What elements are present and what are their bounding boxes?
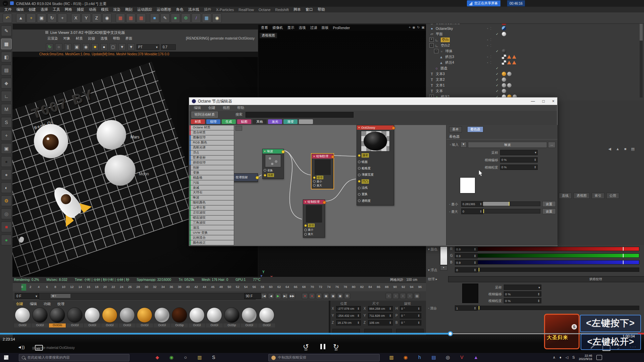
port-row-镜面[interactable]: 镜面 (357, 159, 394, 165)
up-icon[interactable]: ▲ (616, 147, 620, 151)
render-view-icon[interactable]: ▦ (116, 13, 125, 23)
tag-sky-icon[interactable] (502, 26, 506, 31)
visibility-dots[interactable]: ▫ ⁚ (487, 38, 492, 42)
input-port[interactable] (304, 224, 307, 227)
key-position-button[interactable]: ▣ (323, 293, 329, 299)
visibility-dots[interactable]: ▫ ⁚ (487, 44, 492, 47)
input-color-swatch[interactable] (460, 177, 475, 193)
render-settings-icon[interactable]: ▦ (137, 13, 146, 23)
goto-start-button[interactable]: |◀ (261, 293, 267, 299)
field-icon[interactable]: ▦ (202, 13, 211, 23)
back-icon[interactable]: ◀ (608, 147, 611, 151)
tag-phong-icon[interactable] (512, 61, 516, 64)
frame-78[interactable]: 78 (341, 285, 350, 289)
mat-menu-纹理[interactable]: 纹理 (57, 302, 64, 306)
input-port[interactable] (264, 169, 266, 172)
input-port[interactable] (358, 174, 361, 176)
category-烘焙纹理[interactable]: 烘焙纹理 (190, 160, 234, 165)
material-thumbnail[interactable]: OctGl (241, 307, 258, 327)
object-row-文本1[interactable]: T文本1✓ (427, 82, 639, 88)
channel-slider-B[interactable] (478, 260, 639, 264)
nvidia-app-icon[interactable]: ◉ (168, 355, 174, 360)
key-scale-button[interactable]: ▣ (330, 293, 336, 299)
tag-phong-icon[interactable] (507, 61, 511, 64)
output-port[interactable] (392, 126, 395, 130)
port-row-置换[interactable]: 置换 (357, 191, 394, 197)
attr-field-模糊偏移[interactable]: 0 %⇕ (504, 291, 541, 297)
coord-field[interactable]: 105 cm⇕ (368, 320, 393, 325)
menu-item-选择[interactable]: 选择 (38, 7, 50, 12)
frame-12[interactable]: 12 (68, 285, 76, 289)
menu-item-渲染[interactable]: 渲染 (111, 7, 123, 12)
video-progress-knob[interactable] (448, 331, 453, 336)
panel-menu-icon[interactable]: ▤ (631, 147, 635, 151)
frame-30[interactable]: 30 (143, 285, 151, 289)
port-row-最小[interactable]: 最小 (312, 180, 333, 184)
menu-item-窗口[interactable]: 窗口 (303, 7, 315, 12)
input-port[interactable] (313, 184, 316, 187)
enabled-check-icon[interactable]: ✓ (496, 83, 498, 87)
film-settings-icon[interactable]: ▢ (109, 43, 117, 51)
node-纹理投射[interactable]: ▼纹理投射 (234, 173, 258, 182)
input-port[interactable] (358, 193, 361, 196)
output-port[interactable] (256, 176, 259, 179)
channel-field-G[interactable]: 0.9⇕ (455, 253, 478, 258)
frame-18[interactable]: 18 (93, 285, 101, 289)
input-port[interactable] (358, 167, 361, 170)
node-钳制纹理[interactable]: ▼钳制纹理纹理最小最大 (312, 154, 333, 189)
expander-icon[interactable]: - (429, 43, 434, 48)
nep-field-模糊程度[interactable]: 0 %⇕ (500, 165, 538, 170)
frame-48[interactable]: 48 (217, 285, 225, 289)
filter-button[interactable]: ▫ (400, 293, 406, 299)
tag-matglass-icon[interactable] (507, 72, 512, 76)
input-port[interactable] (304, 229, 307, 231)
material-thumbnail[interactable]: OctGl (258, 307, 275, 327)
material-gray-icon[interactable]: ● (1, 169, 12, 180)
frame-64[interactable]: 64 (283, 285, 291, 289)
category-随机颜色[interactable]: 随机颜色 (190, 200, 234, 205)
coord-field[interactable]: 711.828 cm⇕ (368, 313, 393, 318)
firefox-icon[interactable]: ◉ (402, 355, 409, 360)
tag-matglass-icon[interactable] (507, 83, 512, 87)
coord-field[interactable]: 0 °⇕ (400, 313, 421, 318)
timeline-ruler[interactable]: 0246810121416182022242628303234363840424… (13, 283, 426, 292)
region-render-icon[interactable]: ▣ (73, 43, 80, 51)
keyframe-selection-button[interactable]: ◆ (316, 293, 322, 299)
frame-28[interactable]: 28 (134, 285, 142, 289)
material-black-icon[interactable]: ● (1, 156, 12, 167)
category-比例混合[interactable]: 比例混合 (190, 235, 234, 240)
object-row-OctaneSky[interactable]: ●OctaneSky▫ ⁚ (427, 25, 639, 31)
menu-item-脚本[interactable]: 脚本 (291, 7, 303, 12)
enabled-check-icon[interactable]: ✓ (496, 32, 498, 36)
category-正弦波纹[interactable]: 正弦波纹 (190, 210, 234, 215)
frame-22[interactable]: 22 (109, 285, 117, 289)
model-mode-icon[interactable]: ▦ (1, 39, 12, 49)
key-param-button[interactable]: ⚙ (344, 293, 350, 299)
menu-item-运动图形[interactable]: 运动图形 (154, 7, 174, 12)
input-port[interactable] (358, 161, 361, 163)
category-投射[interactable]: 投射 (190, 165, 234, 170)
frame-56[interactable]: 56 (250, 285, 258, 289)
category-RGB 颜色[interactable]: RGB 颜色 (190, 140, 234, 145)
frame-10[interactable]: 10 (60, 285, 68, 289)
vp-menu-显示[interactable]: 显示 (287, 25, 294, 30)
vp-menu-过滤[interactable]: 过滤 (310, 25, 317, 30)
render-mode-value[interactable]: 0.7 (161, 44, 176, 50)
zoom-view-icon[interactable]: ◉ (412, 25, 415, 29)
category-湍流[interactable]: 湍流 (190, 225, 234, 230)
visibility-dots[interactable]: ▫ ⁚ (487, 61, 492, 64)
menu-item-运动跟踪[interactable]: 运动跟踪 (135, 7, 154, 12)
render-picture-viewer-icon[interactable]: ▦ (126, 13, 136, 23)
move-tool-icon[interactable]: + (26, 13, 36, 23)
frame-8[interactable]: 8 (51, 285, 59, 289)
input-port[interactable] (358, 199, 361, 202)
enabled-check-icon[interactable]: ✓ (496, 89, 498, 93)
octane-restart-icon[interactable]: ↻ (46, 43, 53, 51)
node-噪波[interactable]: ▼噪波变换投射 (262, 149, 284, 179)
menu-item-X-Particles[interactable]: X-Particles (214, 8, 236, 12)
menu-item-捕捉[interactable]: 捕捉 (74, 7, 87, 12)
filter-chip-渐变[interactable]: 渐变 (283, 119, 298, 124)
vp-menu-选项[interactable]: 选项 (299, 25, 306, 30)
output-port[interactable] (323, 201, 326, 204)
screen-share-banner[interactable]: 您正在共享屏幕 (467, 0, 500, 6)
